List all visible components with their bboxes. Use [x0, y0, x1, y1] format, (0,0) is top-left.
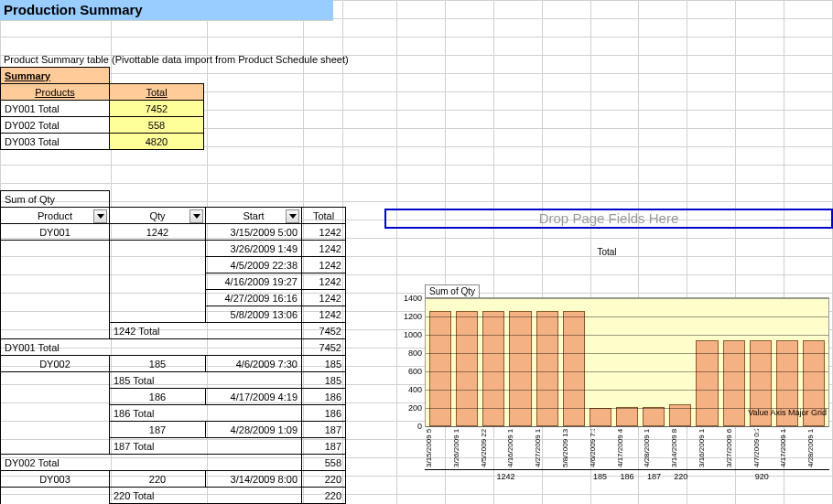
chart-title: Sum of Qty	[425, 284, 480, 298]
pivot-qty-total-label: 187 Total	[110, 438, 302, 455]
pivot-start: 4/28/2009 1:09	[206, 422, 302, 438]
pivot-qty	[110, 241, 206, 257]
summary-section: Summary Products Total DY001 Total 7452 …	[0, 67, 833, 150]
pivot-qty-total-label: 220 Total	[110, 488, 302, 504]
chevron-down-icon[interactable]	[93, 209, 107, 223]
pivot-row[interactable]: DY002 Total558	[1, 455, 346, 471]
pivot-start: 4/16/2009 19:27	[206, 273, 302, 290]
pivot-row[interactable]: 1864/17/2009 4:19186	[1, 389, 346, 405]
summary-heading: Summary	[1, 68, 110, 84]
pivot-total-value: 186	[302, 405, 346, 422]
pivot-product	[1, 422, 110, 438]
pivot-product: DY003	[1, 471, 110, 488]
pivot-qty-total-label: 186 Total	[110, 405, 302, 422]
summary-product-label: DY001 Total	[1, 101, 110, 117]
pivot-start: 4/6/2009 7:30	[206, 356, 302, 372]
pivot-start: 5/8/2009 13:06	[206, 306, 302, 323]
pivot-total-value: 220	[302, 488, 346, 504]
pivot-product	[1, 290, 110, 306]
pivot-row[interactable]: 1242 Total7452	[1, 323, 346, 339]
pivot-row[interactable]: 1874/28/2009 1:09187	[1, 422, 346, 438]
pivot-row[interactable]: 3/26/2009 1:491242	[1, 241, 346, 257]
page-subtitle: Product Summary table (Pivottable data i…	[0, 52, 833, 67]
pivot-start: 3/15/2009 5:00	[206, 224, 302, 241]
summary-row[interactable]: DY003 Total 4820	[1, 134, 204, 150]
summary-row[interactable]: DY001 Total 7452	[1, 101, 204, 117]
pivot-total-value: 185	[302, 372, 346, 389]
summary-product-value: 4820	[110, 134, 204, 150]
pivot-row[interactable]: DY0021854/6/2009 7:30185	[1, 356, 346, 372]
pivot-col-qty-label: Qty	[149, 210, 165, 221]
pivot-total-value: 187	[302, 438, 346, 455]
pivot-total: 1242	[302, 257, 346, 273]
pivot-product-total-label: DY001 Total	[1, 339, 302, 356]
summary-col-total: Total	[110, 84, 204, 101]
pivot-col-start[interactable]: Start	[206, 208, 302, 224]
pivot-start: 3/14/2009 8:00	[206, 471, 302, 488]
pivot-row[interactable]: DY0032203/14/2009 8:00220	[1, 471, 346, 488]
pivot-qty: 220	[110, 471, 206, 488]
pivot-start: 3/26/2009 1:49	[206, 241, 302, 257]
pivot-row[interactable]: 5/8/2009 13:061242	[1, 306, 346, 323]
pivot-product-total-label: DY002 Total	[1, 455, 302, 471]
pivot-row[interactable]: DY001 Total7452	[1, 339, 346, 356]
pivot-row[interactable]: 4/27/2009 16:161242	[1, 290, 346, 306]
summary-product-value: 7452	[110, 101, 204, 117]
pivot-qty	[110, 290, 206, 306]
pivot-total: 1242	[302, 273, 346, 290]
pivot-qty	[110, 306, 206, 323]
pivot-total: 1242	[302, 224, 346, 241]
value-axis-label: Value Axis Major Grid	[748, 408, 827, 417]
summary-row[interactable]: DY002 Total 558	[1, 117, 204, 134]
page-title: Production Summary	[0, 0, 333, 21]
summary-product-label: DY003 Total	[1, 134, 110, 150]
pivot-row[interactable]: 4/16/2009 19:271242	[1, 273, 346, 290]
pivot-total-value: 558	[302, 455, 346, 471]
pivot-col-qty[interactable]: Qty	[110, 208, 206, 224]
pivot-qty-total-label: 185 Total	[110, 372, 302, 389]
pivot-qty	[110, 273, 206, 290]
pivot-product: DY001	[1, 224, 110, 241]
pivot-product	[1, 306, 110, 323]
pivot-qty: 187	[110, 422, 206, 438]
pivot-qty: 1242	[110, 224, 206, 241]
pivot-row[interactable]: 187 Total187	[1, 438, 346, 455]
pivot-product: DY002	[1, 356, 110, 372]
pivot-row[interactable]: 185 Total185	[1, 372, 346, 389]
pivot-qty: 186	[110, 389, 206, 405]
pivot-total: 1242	[302, 241, 346, 257]
pivot-sum-label: Sum of Qty	[1, 191, 110, 208]
pivot-qty	[110, 257, 206, 273]
pivot-col-start-label: Start	[243, 210, 264, 221]
chevron-down-icon[interactable]	[286, 209, 299, 223]
pivot-product	[1, 257, 110, 273]
pivot-product	[1, 389, 110, 405]
pivot-start: 4/5/2009 22:38	[206, 257, 302, 273]
pivot-row[interactable]: 4/5/2009 22:381242	[1, 257, 346, 273]
pivot-total: 1242	[302, 306, 346, 323]
pivot-col-total: Total	[302, 208, 346, 224]
pivot-row[interactable]: 220 Total220	[1, 488, 346, 504]
pivot-total-value: 7452	[302, 323, 346, 339]
pivot-total: 220	[302, 471, 346, 488]
pivot-start: 4/27/2009 16:16	[206, 290, 302, 306]
pivot-total: 186	[302, 389, 346, 405]
pivot-row[interactable]: DY00112423/15/2009 5:001242	[1, 224, 346, 241]
pivot-total: 187	[302, 422, 346, 438]
pivot-product	[1, 273, 110, 290]
pivot-total: 1242	[302, 290, 346, 306]
summary-product-label: DY002 Total	[1, 117, 110, 134]
pivot-qty-total-label: 1242 Total	[110, 323, 302, 339]
chevron-down-icon[interactable]	[189, 209, 203, 223]
pivot-total-value: 7452	[302, 339, 346, 356]
pivot-product	[1, 241, 110, 257]
pivot-total: 185	[302, 356, 346, 372]
pivot-table-section: Sum of Qty Product Qty Start Total	[0, 190, 833, 504]
summary-product-value: 558	[110, 117, 204, 134]
pivot-col-product[interactable]: Product	[1, 208, 110, 224]
pivot-qty: 185	[110, 356, 206, 372]
summary-col-products: Products	[1, 84, 110, 101]
pivot-row[interactable]: 186 Total186	[1, 405, 346, 422]
pivot-col-product-label: Product	[38, 210, 72, 221]
pivot-start: 4/17/2009 4:19	[206, 389, 302, 405]
